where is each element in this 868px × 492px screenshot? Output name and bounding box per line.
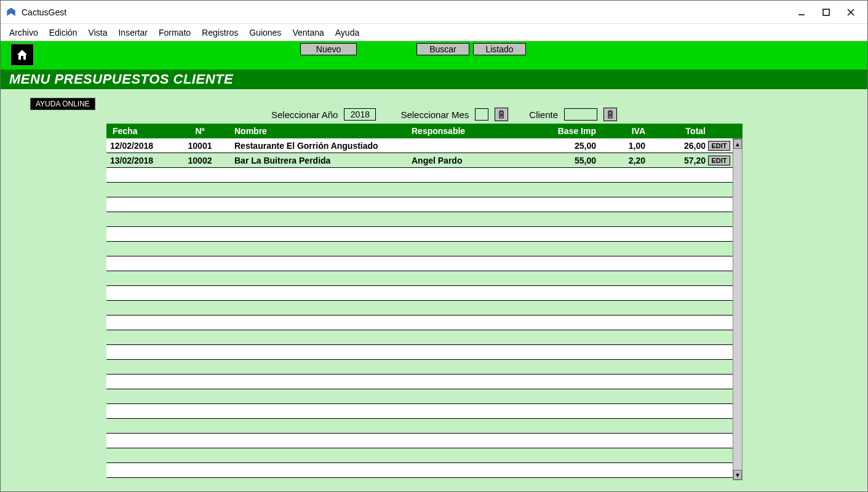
empty-row bbox=[106, 419, 733, 434]
menubar: Archivo Edición Vista Insertar Formato R… bbox=[1, 24, 867, 41]
empty-row bbox=[106, 360, 733, 375]
app-window: CactusGest Archivo Edición Vista Inserta… bbox=[0, 0, 868, 492]
cell-total: 57,20 bbox=[650, 156, 708, 165]
table-body: 12/02/201810001Restaurante El Gorrión An… bbox=[106, 138, 743, 480]
edit-button[interactable]: EDIT bbox=[708, 156, 730, 165]
empty-row bbox=[106, 330, 733, 345]
toolbar: Nuevo Buscar Listado bbox=[1, 41, 867, 69]
menu-registros[interactable]: Registros bbox=[202, 28, 238, 38]
menu-ventana[interactable]: Ventana bbox=[292, 28, 324, 38]
app-icon bbox=[6, 7, 17, 18]
cell-resp: Angel Pardo bbox=[412, 156, 535, 165]
empty-row bbox=[106, 345, 733, 360]
trash-icon bbox=[607, 110, 614, 119]
maximize-button[interactable] bbox=[821, 7, 832, 18]
year-label: Seleccionar Año bbox=[271, 109, 338, 120]
table-row[interactable]: 13/02/201810002Bar La Buitrera PerdidaAn… bbox=[106, 153, 743, 168]
empty-row bbox=[106, 463, 733, 478]
app-title: CactusGest bbox=[22, 7, 796, 17]
clear-month-button[interactable] bbox=[495, 108, 508, 121]
filters: Seleccionar Año Seleccionar Mes Cliente bbox=[271, 108, 617, 121]
home-button[interactable] bbox=[10, 44, 34, 66]
empty-row bbox=[106, 448, 733, 463]
empty-row bbox=[106, 242, 733, 256]
empty-row bbox=[106, 286, 733, 301]
empty-row bbox=[106, 478, 733, 480]
body-area: AYUDA ONLINE Seleccionar Año Seleccionar… bbox=[1, 89, 867, 492]
empty-row bbox=[106, 183, 733, 197]
window-controls bbox=[796, 7, 856, 18]
cell-nombre: Restaurante El Gorrión Angustiado bbox=[227, 141, 412, 151]
titlebar: CactusGest bbox=[1, 1, 867, 24]
empty-row bbox=[106, 434, 733, 448]
year-input[interactable] bbox=[344, 108, 376, 121]
cell-nombre: Bar La Buitrera Perdida bbox=[227, 156, 412, 165]
empty-row bbox=[106, 375, 733, 389]
col-base: Base Imp bbox=[535, 126, 601, 136]
cell-edit: EDIT bbox=[708, 156, 733, 165]
empty-row bbox=[106, 256, 733, 271]
home-icon bbox=[15, 47, 30, 62]
cell-num: 10002 bbox=[173, 156, 227, 165]
edit-button[interactable]: EDIT bbox=[708, 141, 730, 151]
cell-fecha: 12/02/2018 bbox=[106, 141, 173, 151]
empty-row bbox=[106, 315, 733, 330]
empty-row bbox=[106, 404, 733, 419]
listado-button[interactable]: Listado bbox=[473, 43, 526, 55]
svg-rect-1 bbox=[823, 9, 829, 15]
cliente-label: Cliente bbox=[529, 109, 558, 120]
empty-row bbox=[106, 301, 733, 315]
cell-iva: 1,00 bbox=[601, 141, 650, 151]
empty-row bbox=[106, 197, 733, 212]
cell-base: 25,00 bbox=[535, 141, 601, 151]
close-button[interactable] bbox=[845, 7, 856, 18]
cell-iva: 2,20 bbox=[601, 156, 650, 165]
nuevo-button[interactable]: Nuevo bbox=[300, 43, 357, 55]
empty-row bbox=[106, 389, 733, 404]
menu-edicion[interactable]: Edición bbox=[49, 28, 78, 38]
empty-row bbox=[106, 168, 733, 183]
trash-icon bbox=[498, 110, 505, 119]
empty-row bbox=[106, 227, 733, 242]
col-total: Total bbox=[650, 126, 708, 136]
menu-guiones[interactable]: Guiones bbox=[249, 28, 281, 38]
table-row[interactable]: 12/02/201810001Restaurante El Gorrión An… bbox=[106, 138, 743, 153]
menu-formato[interactable]: Formato bbox=[159, 28, 191, 38]
cliente-input[interactable] bbox=[564, 108, 597, 121]
section-titlebar: MENU PRESUPUESTOS CLIENTE bbox=[1, 69, 867, 89]
col-resp: Responsable bbox=[412, 126, 535, 136]
menu-vista[interactable]: Vista bbox=[89, 28, 108, 38]
cell-edit: EDIT bbox=[708, 141, 733, 151]
scroll-down-button[interactable]: ▼ bbox=[733, 470, 742, 480]
minimize-button[interactable] bbox=[796, 7, 807, 18]
col-num: Nº bbox=[173, 126, 227, 136]
ayuda-online-button[interactable]: AYUDA ONLINE bbox=[30, 98, 95, 110]
cell-base: 55,00 bbox=[535, 156, 601, 165]
empty-row bbox=[106, 271, 733, 286]
col-nombre: Nombre bbox=[227, 126, 412, 136]
scrollbar[interactable]: ▲ ▼ bbox=[733, 138, 743, 480]
buscar-button[interactable]: Buscar bbox=[416, 43, 469, 55]
section-title: MENU PRESUPUESTOS CLIENTE bbox=[9, 71, 233, 87]
menu-archivo[interactable]: Archivo bbox=[9, 28, 38, 38]
empty-row bbox=[106, 212, 733, 227]
clear-cliente-button[interactable] bbox=[603, 108, 617, 121]
col-iva: IVA bbox=[601, 126, 650, 136]
cell-fecha: 13/02/2018 bbox=[106, 156, 173, 165]
menu-ayuda[interactable]: Ayuda bbox=[335, 28, 359, 38]
cell-total: 26,00 bbox=[650, 141, 708, 151]
col-fecha: Fecha bbox=[106, 126, 173, 136]
menu-insertar[interactable]: Insertar bbox=[118, 28, 147, 38]
month-input[interactable] bbox=[475, 108, 488, 121]
table-head: Fecha Nº Nombre Responsable Base Imp IVA… bbox=[106, 124, 743, 138]
month-label: Seleccionar Mes bbox=[400, 109, 469, 120]
scroll-up-button[interactable]: ▲ bbox=[733, 139, 742, 149]
cell-num: 10001 bbox=[173, 141, 227, 151]
table: Fecha Nº Nombre Responsable Base Imp IVA… bbox=[106, 124, 743, 480]
